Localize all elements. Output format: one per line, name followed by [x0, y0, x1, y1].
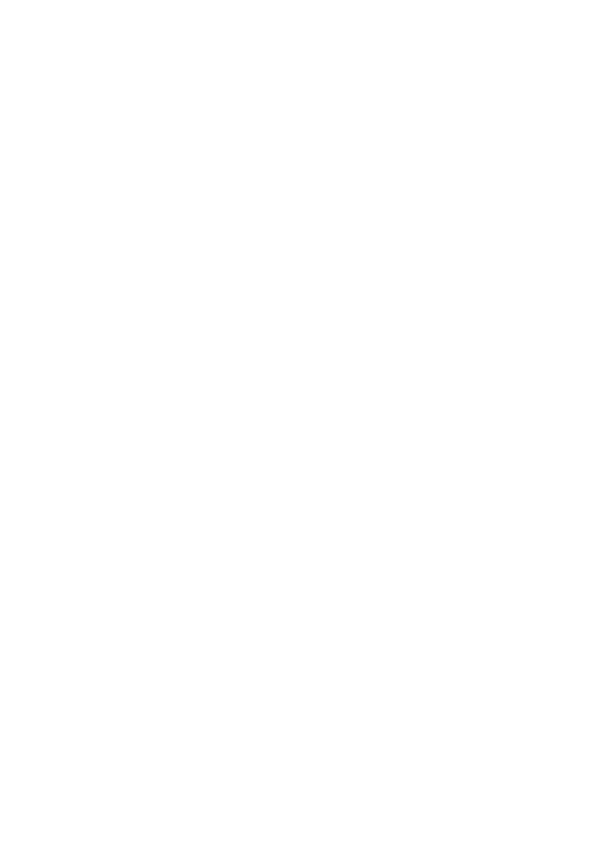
full-layout	[0, 0, 606, 73]
right-panel	[345, 0, 606, 73]
bottom-section	[0, 73, 606, 79]
column-headers	[63, 5, 342, 66]
left-panel	[0, 0, 345, 73]
